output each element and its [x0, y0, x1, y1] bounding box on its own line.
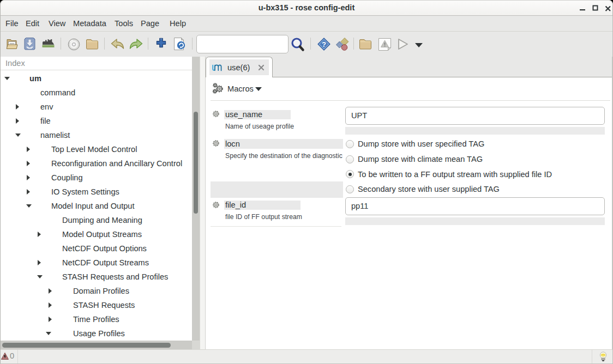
svg-text:?: ?: [322, 40, 326, 48]
